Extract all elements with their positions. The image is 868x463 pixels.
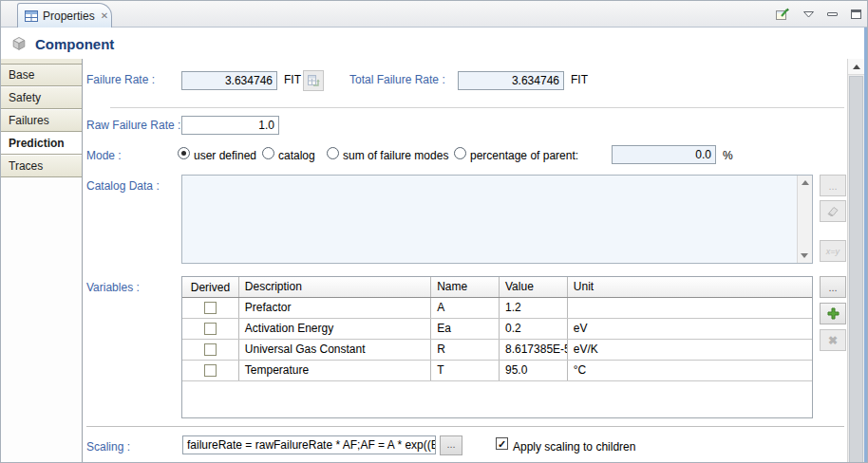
- view-tab-bar: Properties ✕: [1, 1, 867, 28]
- radio-user-defined[interactable]: [178, 147, 190, 159]
- scaling-label: Scaling :: [86, 440, 130, 454]
- mode-label: Mode :: [86, 149, 122, 162]
- tab-title: Properties: [43, 9, 95, 23]
- scrollbar-thumb[interactable]: [849, 76, 863, 463]
- derived-checkbox[interactable]: [204, 323, 217, 335]
- radio-sum-of-failure-modes-label[interactable]: sum of failure modes: [343, 149, 448, 162]
- section-header: Component: [1, 28, 866, 59]
- vertical-scrollbar[interactable]: [847, 59, 864, 463]
- scroll-up-icon[interactable]: [802, 180, 809, 185]
- catalog-scrollbar[interactable]: [797, 176, 812, 263]
- percent-sign: %: [723, 149, 733, 162]
- prediction-form: Failure Rate : 3.634746 FIT Total Failur…: [83, 59, 849, 463]
- radio-catalog[interactable]: [262, 147, 274, 159]
- failure-rate-label: Failure Rate :: [86, 73, 155, 86]
- table-row[interactable]: Activation Energy Ea 0.2 eV: [182, 319, 812, 340]
- column-unit[interactable]: Unit: [568, 277, 812, 297]
- variables-header-row: Derived Description Name Value Unit: [182, 277, 812, 298]
- page-title: Component: [35, 36, 114, 52]
- radio-sum-of-failure-modes[interactable]: [327, 147, 339, 159]
- variables-browse-button[interactable]: ...: [820, 276, 846, 298]
- catalog-formula-button: x=y: [820, 240, 846, 262]
- raw-failure-rate-label: Raw Failure Rate :: [86, 119, 180, 132]
- variables-label: Variables :: [86, 281, 140, 294]
- derived-checkbox[interactable]: [204, 343, 217, 356]
- tab-traces[interactable]: Traces: [1, 156, 82, 177]
- catalog-browse-button: ...: [820, 175, 846, 196]
- total-failure-rate-field[interactable]: 3.634746: [458, 71, 564, 90]
- divider: [86, 426, 844, 427]
- page-tab-list: Base Safety Failures Prediction Traces: [1, 59, 82, 463]
- column-derived[interactable]: Derived: [182, 277, 239, 297]
- properties-table-icon: [25, 10, 38, 22]
- tab-properties[interactable]: Properties ✕: [17, 3, 112, 28]
- raw-failure-rate-field[interactable]: 1.0: [181, 116, 279, 135]
- failure-rate-unit: FIT: [284, 73, 301, 86]
- apply-scaling-label[interactable]: Apply scaling to children: [513, 440, 635, 454]
- failure-rate-field[interactable]: 3.634746: [181, 71, 277, 90]
- radio-percentage-of-parent-label[interactable]: percentage of parent:: [470, 149, 578, 162]
- column-value[interactable]: Value: [500, 277, 568, 297]
- delete-x-icon: ✖: [828, 334, 838, 347]
- maximize-icon[interactable]: [851, 9, 861, 19]
- add-variable-button[interactable]: [820, 303, 846, 324]
- radio-percentage-of-parent[interactable]: [454, 147, 466, 159]
- total-failure-rate-label: Total Failure Rate :: [349, 73, 445, 86]
- radio-catalog-label[interactable]: catalog: [278, 149, 315, 162]
- percentage-of-parent-field[interactable]: 0.0: [612, 145, 716, 164]
- scaling-browse-button[interactable]: ...: [440, 435, 462, 455]
- scroll-up-button[interactable]: [848, 59, 864, 75]
- properties-view: Properties ✕: [0, 0, 868, 463]
- derived-checkbox[interactable]: [204, 302, 217, 314]
- formula-icon: x=y: [826, 247, 840, 256]
- window-edge: [864, 28, 867, 463]
- tab-prediction[interactable]: Prediction: [1, 133, 82, 155]
- component-cube-icon: [11, 36, 27, 51]
- apply-scaling-checkbox[interactable]: ✓: [496, 437, 508, 450]
- view-menu-icon[interactable]: [803, 11, 814, 18]
- catalog-data-label: Catalog Data :: [86, 179, 160, 193]
- column-description[interactable]: Description: [239, 277, 431, 297]
- scaling-expression-field[interactable]: failureRate = rawFailureRate * AF;AF = A…: [182, 435, 436, 454]
- variables-table: Derived Description Name Value Unit Pref…: [181, 276, 813, 418]
- view-toolbar: [774, 1, 861, 28]
- scroll-up-icon: [853, 65, 860, 69]
- catalog-clear-button: [820, 200, 846, 222]
- catalog-data-textarea[interactable]: [181, 175, 813, 264]
- radio-user-defined-label[interactable]: user defined: [194, 149, 256, 162]
- tab-base[interactable]: Base: [1, 65, 82, 86]
- scroll-down-icon[interactable]: [801, 253, 808, 258]
- divider: [110, 107, 844, 108]
- tab-failures[interactable]: Failures: [1, 110, 82, 132]
- check-icon: ✓: [497, 438, 507, 450]
- tab-safety[interactable]: Safety: [1, 87, 82, 109]
- table-row[interactable]: Universal Gas Constant R 8.617385E-5 eV/…: [182, 340, 812, 361]
- derived-checkbox[interactable]: [204, 364, 217, 377]
- total-failure-rate-unit: FIT: [571, 73, 588, 86]
- table-row[interactable]: Temperature T 95.0 °C: [182, 361, 812, 381]
- recalculate-button: [303, 70, 324, 91]
- close-icon[interactable]: ✕: [101, 10, 108, 21]
- delete-variable-button: ✖: [820, 329, 846, 351]
- table-row[interactable]: Prefactor A 1.2: [182, 298, 812, 319]
- column-name[interactable]: Name: [431, 277, 500, 297]
- pin-view-icon[interactable]: [774, 7, 790, 22]
- minimize-icon[interactable]: [827, 12, 838, 16]
